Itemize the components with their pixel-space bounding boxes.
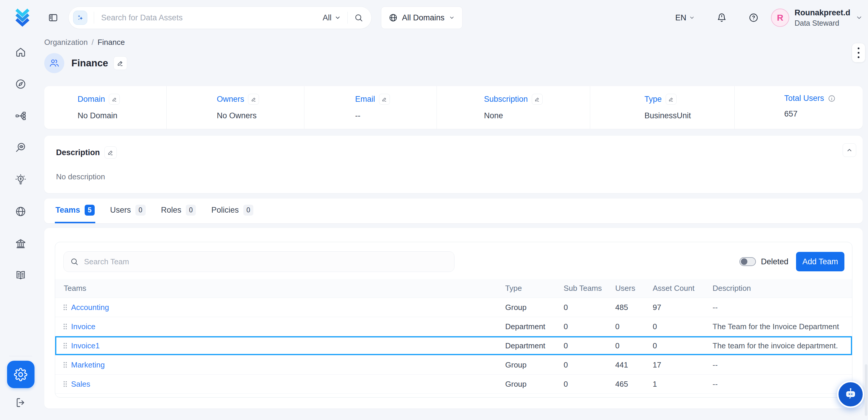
language-label: EN	[675, 13, 686, 22]
search-icon[interactable]	[354, 13, 363, 22]
table-row: Sales Group 0 465 1 --	[55, 374, 852, 394]
sidebar-item-settings[interactable]	[7, 361, 34, 388]
help-icon[interactable]	[749, 13, 758, 23]
title-row: Finance	[44, 53, 863, 73]
sidebar-item-observability[interactable]	[15, 142, 26, 153]
tab-roles-label: Roles	[161, 206, 181, 215]
cell-sub-teams: 0	[564, 303, 615, 312]
cell-description: --	[713, 380, 852, 389]
user-menu[interactable]: Rounakpreet.d Data Steward	[795, 9, 850, 27]
header-description: Description	[713, 284, 852, 293]
table-row: Invoice Department 0 0 0 The Team for th…	[55, 317, 852, 336]
chevron-up-icon	[846, 147, 852, 153]
sidebar-item-lineage[interactable]	[15, 110, 26, 121]
pencil-icon	[534, 97, 540, 102]
info-icon[interactable]	[828, 95, 836, 102]
drag-handle-icon[interactable]	[63, 323, 67, 330]
team-search-input[interactable]	[84, 257, 448, 267]
users-icon	[49, 58, 60, 68]
all-domains-dropdown[interactable]: All Domains	[381, 6, 462, 29]
pencil-icon	[117, 60, 124, 67]
notifications-bell-icon[interactable]	[717, 13, 727, 23]
chatbot-button[interactable]	[837, 381, 864, 408]
user-avatar[interactable]: R	[771, 8, 789, 27]
collapse-sidebar-icon[interactable]	[48, 13, 58, 23]
sidebar-item-govern[interactable]	[15, 238, 26, 249]
cell-type: Department	[505, 322, 564, 331]
sidebar-item-domains[interactable]	[15, 206, 26, 217]
type-value: BusinessUnit	[645, 111, 734, 120]
sidebar-item-insights[interactable]	[15, 174, 26, 185]
cell-type: Department	[505, 341, 564, 351]
header-asset-count: Asset Count	[653, 284, 713, 293]
teams-tab-panel: Deleted Add Team Teams Type Sub Teams Us…	[44, 228, 863, 409]
team-avatar	[44, 53, 64, 73]
user-name: Rounakpreet.d	[795, 9, 850, 17]
tab-policies[interactable]: Policies 0	[211, 199, 254, 223]
team-link-invoice[interactable]: Invoice	[71, 322, 95, 331]
page-scrollbar-thumb[interactable]	[865, 364, 867, 416]
edit-domain-button[interactable]	[109, 94, 120, 105]
manage-menu-button[interactable]	[852, 43, 865, 62]
cell-type: Group	[505, 380, 564, 389]
user-menu-chevron-icon[interactable]	[856, 14, 863, 21]
global-search-input[interactable]	[100, 13, 323, 23]
edit-team-name-button[interactable]	[114, 56, 127, 70]
summary-subscription: Subscription None	[437, 86, 590, 129]
summary-type: Type BusinessUnit	[590, 86, 735, 129]
table-header-row: Teams Type Sub Teams Users Asset Count D…	[55, 279, 852, 298]
pencil-icon	[382, 97, 387, 102]
sidebar-item-glossary[interactable]	[15, 270, 26, 281]
edit-description-button[interactable]	[104, 146, 117, 159]
pencil-icon	[668, 97, 674, 102]
language-selector[interactable]: EN	[675, 13, 695, 22]
team-link-accounting[interactable]: Accounting	[71, 303, 109, 312]
sidebar-item-explore[interactable]	[15, 79, 26, 90]
main-content: Organization / Finance Finance	[41, 35, 868, 420]
deleted-toggle[interactable]	[739, 257, 756, 266]
app-window: All All Domains EN	[0, 0, 868, 420]
tab-teams[interactable]: Teams 5	[55, 199, 95, 223]
team-link-marketing[interactable]: Marketing	[71, 360, 105, 369]
tab-roles-count: 0	[186, 205, 196, 216]
edit-subscription-button[interactable]	[532, 94, 543, 105]
edit-email-button[interactable]	[379, 94, 390, 105]
team-link-sales[interactable]: Sales	[71, 380, 90, 389]
logout-icon[interactable]	[15, 397, 26, 408]
search-scope-dropdown[interactable]: All	[323, 13, 341, 22]
drag-handle-icon[interactable]	[63, 304, 67, 310]
user-role: Data Steward	[795, 20, 850, 27]
edit-type-button[interactable]	[666, 94, 677, 105]
domain-value: No Domain	[78, 111, 166, 120]
drag-handle-icon[interactable]	[63, 362, 67, 368]
subscription-value: None	[484, 111, 590, 120]
home-icon	[15, 47, 26, 58]
tab-teams-label: Teams	[56, 206, 80, 215]
edit-owners-button[interactable]	[248, 94, 259, 105]
header-type: Type	[505, 284, 564, 293]
tab-users-label: Users	[110, 206, 131, 215]
header-teams: Teams	[55, 284, 505, 293]
collapse-description-button[interactable]	[843, 143, 856, 157]
cell-sub-teams: 0	[564, 380, 615, 389]
book-icon	[15, 270, 26, 281]
ai-sparkle-icon[interactable]	[73, 11, 87, 25]
breadcrumb-organization[interactable]: Organization	[44, 38, 88, 47]
sidebar-item-home[interactable]	[15, 47, 26, 58]
summary-email: Email --	[304, 86, 437, 129]
robot-icon	[843, 387, 858, 401]
team-link-invoice1[interactable]: Invoice1	[71, 341, 100, 351]
tab-users[interactable]: Users 0	[110, 199, 146, 223]
observability-icon	[15, 142, 26, 153]
app-logo-icon[interactable]	[13, 8, 32, 27]
drag-handle-icon[interactable]	[63, 342, 67, 349]
add-team-button[interactable]: Add Team	[796, 252, 844, 271]
divider	[94, 12, 94, 24]
tab-roles[interactable]: Roles 0	[160, 199, 197, 223]
team-search-box	[63, 251, 455, 272]
cell-description: --	[713, 303, 852, 312]
cell-asset-count: 17	[653, 360, 713, 369]
drag-handle-icon[interactable]	[63, 381, 67, 387]
team-summary-card: Domain No Domain Owners No Owners	[44, 86, 863, 129]
summary-owners: Owners No Owners	[167, 86, 304, 129]
